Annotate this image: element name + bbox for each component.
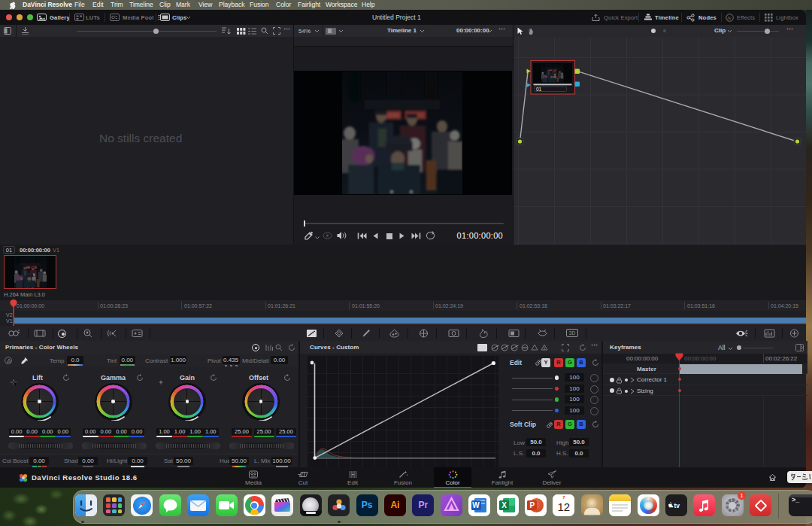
svg-text:tv: tv bbox=[674, 502, 680, 509]
svg-text:fx: fx bbox=[728, 16, 732, 20]
svg-text:01: 01 bbox=[536, 87, 542, 92]
